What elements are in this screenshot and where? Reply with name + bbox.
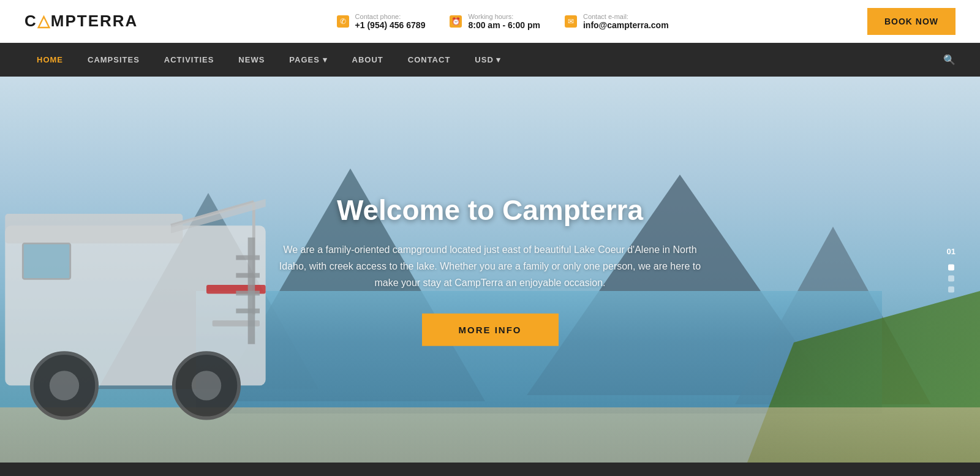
svg-point-11	[192, 371, 221, 400]
more-info-button[interactable]: MORE INFO	[422, 313, 559, 346]
svg-point-9	[50, 371, 79, 400]
svg-rect-1	[5, 214, 183, 243]
contact-email-item: ✉ Contact e-mail: info@campterra.com	[565, 13, 669, 30]
nav-item-campsites[interactable]: CAMPSITES	[75, 44, 152, 75]
nav-link-usd[interactable]: USD ▾	[462, 44, 513, 75]
email-label: Contact e-mail:	[583, 13, 669, 20]
nav-link-home[interactable]: HOME	[24, 44, 75, 75]
hero-description: We are a family-oriented campground loca…	[276, 241, 704, 292]
hours-value: 8:00 am - 6:00 pm	[468, 20, 540, 30]
nav-link-activities[interactable]: ACTIVITIES	[152, 44, 227, 75]
phone-icon: ✆	[337, 15, 349, 28]
logo: C△MPTERRA	[24, 12, 138, 31]
navbar: HOME CAMPSITES ACTIVITIES NEWS PAGES ▾ A…	[0, 43, 980, 77]
hero-section: Welcome to Campterra We are a family-ori…	[0, 77, 980, 463]
email-icon: ✉	[565, 15, 577, 28]
nav-links: HOME CAMPSITES ACTIVITIES NEWS PAGES ▾ A…	[24, 44, 513, 75]
nav-link-campsites[interactable]: CAMPSITES	[75, 44, 152, 75]
nav-item-about[interactable]: ABOUT	[340, 44, 396, 75]
svg-rect-2	[23, 243, 70, 279]
email-value: info@campterra.com	[583, 20, 669, 30]
phone-value: +1 (954) 456 6789	[355, 20, 426, 30]
top-bar: C△MPTERRA ✆ Contact phone: +1 (954) 456 …	[0, 0, 980, 43]
rv-illustration	[0, 107, 306, 463]
nav-item-news[interactable]: NEWS	[226, 44, 277, 75]
slide-dot-3[interactable]	[948, 287, 954, 293]
hero-title: Welcome to Campterra	[276, 194, 704, 227]
contact-info: ✆ Contact phone: +1 (954) 456 6789 ⏰ Wor…	[337, 13, 669, 30]
svg-rect-15	[236, 291, 260, 296]
book-now-button[interactable]: BOOK NOW	[867, 8, 956, 35]
slider-indicators: 01	[947, 247, 956, 293]
contact-phone-item: ✆ Contact phone: +1 (954) 456 6789	[337, 13, 426, 30]
nav-item-home[interactable]: HOME	[24, 44, 75, 75]
clock-icon: ⏰	[450, 15, 462, 28]
nav-link-news[interactable]: NEWS	[226, 44, 277, 75]
slide-dot-1[interactable]	[948, 265, 954, 271]
svg-rect-13	[236, 255, 260, 260]
nav-link-about[interactable]: ABOUT	[340, 44, 396, 75]
logo-tent-icon: △	[37, 12, 51, 31]
svg-rect-14	[236, 273, 260, 278]
working-hours-item: ⏰ Working hours: 8:00 am - 6:00 pm	[450, 13, 540, 30]
nav-link-pages[interactable]: PAGES ▾	[277, 44, 339, 75]
nav-item-activities[interactable]: ACTIVITIES	[152, 44, 227, 75]
nav-item-contact[interactable]: CONTACT	[396, 44, 463, 75]
booking-bar: Check-in* 📅 Check-out* 📅 Unit type — Ten…	[0, 463, 980, 476]
svg-line-3	[171, 202, 254, 226]
slide-number: 01	[947, 247, 956, 256]
nav-link-contact[interactable]: CONTACT	[396, 44, 463, 75]
search-icon[interactable]: 🔍	[943, 54, 956, 66]
hours-label: Working hours:	[468, 13, 540, 20]
slide-dot-2[interactable]	[948, 276, 954, 282]
svg-rect-16	[236, 309, 260, 314]
phone-label: Contact phone:	[355, 13, 426, 20]
nav-item-usd[interactable]: USD ▾	[462, 44, 513, 75]
hero-content: Welcome to Campterra We are a family-ori…	[276, 194, 704, 346]
nav-item-pages[interactable]: PAGES ▾	[277, 44, 339, 75]
